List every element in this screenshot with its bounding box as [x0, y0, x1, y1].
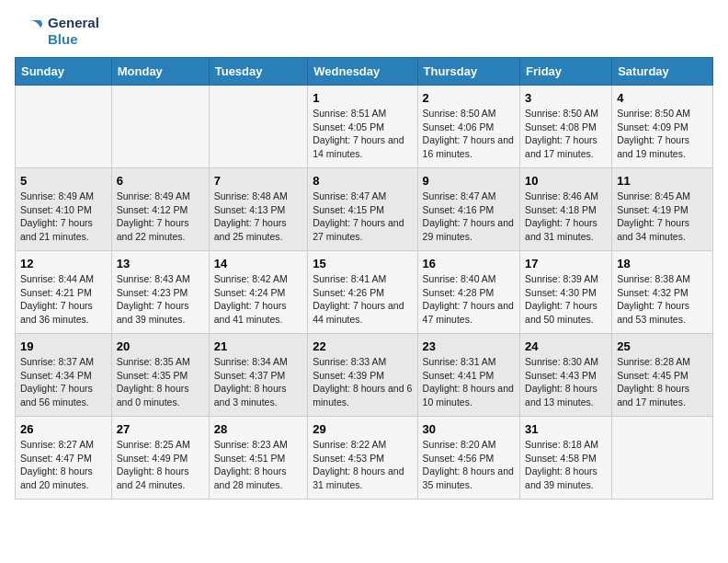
cell-info: Sunrise: 8:25 AMSunset: 4:49 PMDaylight:…: [117, 438, 204, 492]
calendar-cell: 23Sunrise: 8:31 AMSunset: 4:41 PMDayligh…: [417, 334, 519, 417]
week-row-3: 12Sunrise: 8:44 AMSunset: 4:21 PMDayligh…: [16, 251, 713, 334]
calendar-cell: [209, 86, 308, 168]
day-number: 20: [117, 339, 204, 353]
cell-info: Sunrise: 8:42 AMSunset: 4:24 PMDaylight:…: [214, 272, 303, 327]
calendar-cell: 28Sunrise: 8:23 AMSunset: 4:51 PMDayligh…: [209, 417, 308, 500]
calendar-header: SundayMondayTuesdayWednesdayThursdayFrid…: [16, 58, 713, 86]
week-row-5: 26Sunrise: 8:27 AMSunset: 4:47 PMDayligh…: [16, 417, 713, 500]
calendar-cell: 20Sunrise: 8:35 AMSunset: 4:35 PMDayligh…: [111, 334, 209, 417]
logo-text-general: General: [48, 15, 99, 31]
calendar-cell: 4Sunrise: 8:50 AMSunset: 4:09 PMDaylight…: [612, 86, 713, 168]
day-number: 13: [117, 257, 204, 270]
cell-info: Sunrise: 8:50 AMSunset: 4:08 PMDaylight:…: [525, 107, 607, 161]
day-number: 14: [214, 257, 303, 270]
cell-info: Sunrise: 8:20 AMSunset: 4:56 PMDaylight:…: [423, 438, 515, 492]
header-cell-sunday: Sunday: [16, 58, 112, 86]
calendar-cell: 12Sunrise: 8:44 AMSunset: 4:21 PMDayligh…: [16, 251, 112, 334]
day-number: 3: [525, 91, 607, 105]
calendar-cell: 16Sunrise: 8:40 AMSunset: 4:28 PMDayligh…: [417, 251, 519, 334]
day-number: 22: [313, 339, 412, 353]
header-cell-wednesday: Wednesday: [308, 58, 417, 86]
calendar-cell: 2Sunrise: 8:50 AMSunset: 4:06 PMDaylight…: [417, 86, 519, 168]
cell-info: Sunrise: 8:47 AMSunset: 4:15 PMDaylight:…: [313, 190, 412, 244]
header-cell-tuesday: Tuesday: [209, 58, 308, 86]
calendar-cell: 22Sunrise: 8:33 AMSunset: 4:39 PMDayligh…: [308, 334, 417, 417]
week-row-4: 19Sunrise: 8:37 AMSunset: 4:34 PMDayligh…: [16, 334, 713, 417]
calendar-body: 1Sunrise: 8:51 AMSunset: 4:05 PMDaylight…: [16, 86, 713, 500]
day-number: 30: [423, 422, 515, 436]
day-number: 27: [117, 422, 204, 436]
calendar-cell: 11Sunrise: 8:45 AMSunset: 4:19 PMDayligh…: [612, 168, 713, 251]
calendar-cell: 18Sunrise: 8:38 AMSunset: 4:32 PMDayligh…: [612, 251, 713, 334]
calendar-cell: [111, 86, 209, 168]
header-cell-saturday: Saturday: [612, 58, 713, 86]
calendar-cell: 29Sunrise: 8:22 AMSunset: 4:53 PMDayligh…: [308, 417, 417, 500]
cell-info: Sunrise: 8:47 AMSunset: 4:16 PMDaylight:…: [423, 190, 515, 244]
header-cell-thursday: Thursday: [417, 58, 519, 86]
calendar-cell: 30Sunrise: 8:20 AMSunset: 4:56 PMDayligh…: [417, 417, 519, 500]
cell-info: Sunrise: 8:49 AMSunset: 4:10 PMDaylight:…: [20, 190, 107, 244]
cell-info: Sunrise: 8:43 AMSunset: 4:23 PMDaylight:…: [117, 272, 204, 327]
day-number: 31: [525, 422, 607, 436]
week-row-1: 1Sunrise: 8:51 AMSunset: 4:05 PMDaylight…: [16, 86, 713, 168]
cell-info: Sunrise: 8:31 AMSunset: 4:41 PMDaylight:…: [423, 355, 515, 409]
cell-info: Sunrise: 8:33 AMSunset: 4:39 PMDaylight:…: [313, 355, 412, 409]
cell-info: Sunrise: 8:51 AMSunset: 4:05 PMDaylight:…: [313, 107, 412, 161]
day-number: 12: [20, 257, 107, 270]
day-number: 26: [20, 422, 107, 436]
day-number: 6: [117, 174, 204, 188]
calendar-cell: 6Sunrise: 8:49 AMSunset: 4:12 PMDaylight…: [111, 168, 209, 251]
day-number: 8: [313, 174, 412, 188]
calendar-cell: [612, 417, 713, 500]
cell-info: Sunrise: 8:23 AMSunset: 4:51 PMDaylight:…: [214, 438, 303, 492]
cell-info: Sunrise: 8:50 AMSunset: 4:06 PMDaylight:…: [423, 107, 515, 161]
cell-info: Sunrise: 8:50 AMSunset: 4:09 PMDaylight:…: [617, 107, 708, 161]
calendar-cell: 21Sunrise: 8:34 AMSunset: 4:37 PMDayligh…: [209, 334, 308, 417]
day-number: 16: [423, 257, 515, 270]
cell-info: Sunrise: 8:39 AMSunset: 4:30 PMDaylight:…: [525, 272, 607, 327]
cell-info: Sunrise: 8:41 AMSunset: 4:26 PMDaylight:…: [313, 272, 412, 327]
calendar-cell: 10Sunrise: 8:46 AMSunset: 4:18 PMDayligh…: [520, 168, 612, 251]
day-number: 18: [617, 257, 708, 270]
day-number: 9: [423, 174, 515, 188]
header-row: SundayMondayTuesdayWednesdayThursdayFrid…: [16, 58, 713, 86]
day-number: 19: [20, 339, 107, 353]
cell-info: Sunrise: 8:49 AMSunset: 4:12 PMDaylight:…: [117, 190, 204, 244]
cell-info: Sunrise: 8:40 AMSunset: 4:28 PMDaylight:…: [423, 272, 515, 327]
day-number: 17: [525, 257, 607, 270]
cell-info: Sunrise: 8:18 AMSunset: 4:58 PMDaylight:…: [525, 438, 607, 492]
day-number: 4: [617, 91, 708, 105]
day-number: 28: [214, 422, 303, 436]
header: General Blue: [15, 15, 713, 48]
day-number: 2: [423, 91, 515, 105]
cell-info: Sunrise: 8:44 AMSunset: 4:21 PMDaylight:…: [20, 272, 107, 327]
calendar-cell: 3Sunrise: 8:50 AMSunset: 4:08 PMDaylight…: [520, 86, 612, 168]
day-number: 5: [20, 174, 107, 188]
day-number: 21: [214, 339, 303, 353]
cell-info: Sunrise: 8:30 AMSunset: 4:43 PMDaylight:…: [525, 355, 607, 409]
day-number: 25: [617, 339, 708, 353]
cell-info: Sunrise: 8:35 AMSunset: 4:35 PMDaylight:…: [117, 355, 204, 409]
calendar-table: SundayMondayTuesdayWednesdayThursdayFrid…: [15, 57, 713, 500]
calendar-cell: [16, 86, 112, 168]
cell-info: Sunrise: 8:37 AMSunset: 4:34 PMDaylight:…: [20, 355, 107, 409]
header-cell-monday: Monday: [111, 58, 209, 86]
cell-info: Sunrise: 8:38 AMSunset: 4:32 PMDaylight:…: [617, 272, 708, 327]
calendar-cell: 5Sunrise: 8:49 AMSunset: 4:10 PMDaylight…: [16, 168, 112, 251]
calendar-cell: 14Sunrise: 8:42 AMSunset: 4:24 PMDayligh…: [209, 251, 308, 334]
day-number: 11: [617, 174, 708, 188]
cell-info: Sunrise: 8:22 AMSunset: 4:53 PMDaylight:…: [313, 438, 412, 492]
calendar-cell: 26Sunrise: 8:27 AMSunset: 4:47 PMDayligh…: [16, 417, 112, 500]
header-cell-friday: Friday: [520, 58, 612, 86]
day-number: 1: [313, 91, 412, 105]
calendar-cell: 25Sunrise: 8:28 AMSunset: 4:45 PMDayligh…: [612, 334, 713, 417]
logo-text-blue: Blue: [48, 31, 99, 48]
calendar-cell: 19Sunrise: 8:37 AMSunset: 4:34 PMDayligh…: [16, 334, 112, 417]
cell-info: Sunrise: 8:28 AMSunset: 4:45 PMDaylight:…: [617, 355, 708, 409]
cell-info: Sunrise: 8:34 AMSunset: 4:37 PMDaylight:…: [214, 355, 303, 409]
day-number: 24: [525, 339, 607, 353]
calendar-cell: 31Sunrise: 8:18 AMSunset: 4:58 PMDayligh…: [520, 417, 612, 500]
day-number: 23: [423, 339, 515, 353]
calendar-cell: 24Sunrise: 8:30 AMSunset: 4:43 PMDayligh…: [520, 334, 612, 417]
day-number: 15: [313, 257, 412, 270]
